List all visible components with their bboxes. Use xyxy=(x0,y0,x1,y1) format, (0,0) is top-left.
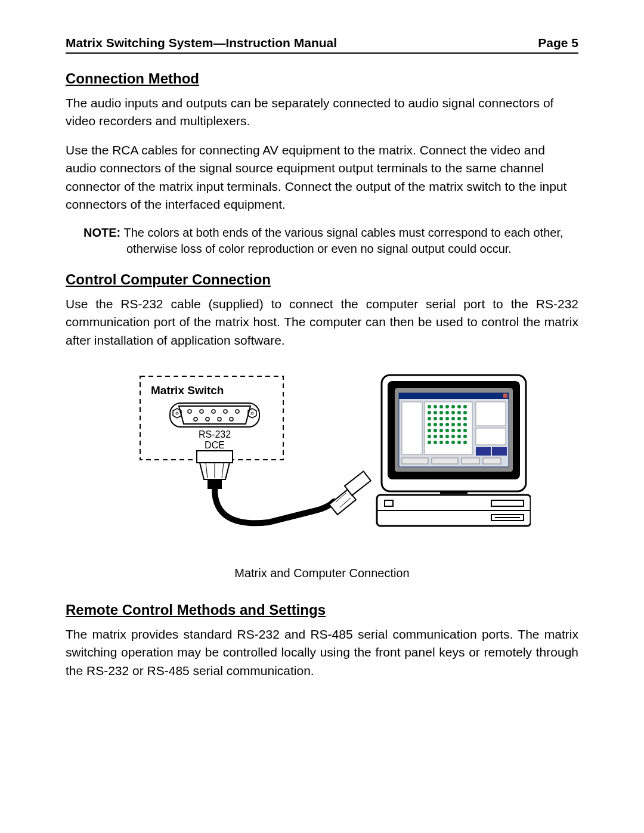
svg-point-53 xyxy=(457,417,461,420)
page-header: Matrix Switching System—Instruction Manu… xyxy=(66,36,578,54)
svg-point-15 xyxy=(251,412,253,414)
svg-marker-14 xyxy=(248,408,256,418)
svg-rect-33 xyxy=(425,402,472,454)
paragraph: Use the RCA cables for connecting AV equ… xyxy=(66,141,578,214)
section-heading-control-computer: Control Computer Connection xyxy=(66,271,578,288)
figure-matrix-computer: Matrix Switch RS-232 DCE xyxy=(66,373,578,580)
svg-point-37 xyxy=(445,405,449,408)
svg-point-78 xyxy=(439,441,443,444)
svg-rect-83 xyxy=(476,402,506,426)
svg-point-60 xyxy=(457,423,461,426)
svg-point-51 xyxy=(445,417,449,420)
svg-point-8 xyxy=(194,417,197,421)
note-block: NOTE: The colors at both ends of the var… xyxy=(66,225,578,257)
svg-rect-32 xyxy=(402,402,422,454)
svg-point-52 xyxy=(451,417,455,420)
cable-icon xyxy=(215,489,334,523)
svg-point-61 xyxy=(463,423,467,426)
svg-point-11 xyxy=(230,417,233,421)
svg-point-73 xyxy=(451,435,455,438)
svg-point-72 xyxy=(445,435,449,438)
svg-rect-86 xyxy=(492,447,507,456)
diagram-svg: Matrix Switch RS-232 DCE xyxy=(113,373,531,534)
svg-point-55 xyxy=(428,423,431,426)
svg-rect-91 xyxy=(440,491,467,494)
svg-marker-2 xyxy=(179,406,250,424)
svg-point-34 xyxy=(428,405,431,408)
svg-point-35 xyxy=(434,405,437,408)
svg-point-80 xyxy=(451,441,455,444)
svg-point-44 xyxy=(445,411,449,414)
svg-point-79 xyxy=(445,441,449,444)
svg-point-4 xyxy=(200,410,203,413)
svg-point-64 xyxy=(439,429,443,432)
matrix-switch-label: Matrix Switch xyxy=(151,384,224,397)
svg-rect-31 xyxy=(503,394,507,398)
svg-point-38 xyxy=(451,405,455,408)
svg-point-74 xyxy=(457,435,461,438)
svg-point-81 xyxy=(457,441,461,444)
svg-rect-87 xyxy=(402,458,428,464)
svg-rect-84 xyxy=(476,428,506,445)
section-heading-remote-control: Remote Control Methods and Settings xyxy=(66,602,578,618)
svg-point-68 xyxy=(463,429,467,432)
svg-point-57 xyxy=(439,423,443,426)
svg-point-70 xyxy=(434,435,437,438)
svg-point-69 xyxy=(428,435,431,438)
svg-point-42 xyxy=(434,411,437,414)
svg-point-36 xyxy=(439,405,443,408)
port-label-rs232: RS-232 xyxy=(199,429,231,439)
paragraph: The matrix provides standard RS-232 and … xyxy=(66,625,578,680)
computer-icon xyxy=(377,375,531,526)
svg-point-48 xyxy=(428,417,431,420)
figure-caption: Matrix and Computer Connection xyxy=(66,566,578,580)
svg-point-75 xyxy=(463,435,467,438)
svg-point-67 xyxy=(457,429,461,432)
svg-point-50 xyxy=(439,417,443,420)
svg-point-41 xyxy=(428,411,431,414)
svg-point-10 xyxy=(218,417,221,421)
svg-point-9 xyxy=(206,417,209,421)
svg-point-3 xyxy=(188,410,191,413)
svg-point-63 xyxy=(434,429,437,432)
svg-point-46 xyxy=(457,411,461,414)
paragraph: Use the RS-232 cable (supplied) to conne… xyxy=(66,295,578,349)
svg-point-66 xyxy=(451,429,455,432)
svg-point-56 xyxy=(434,423,437,426)
cable-connector-icon xyxy=(329,471,371,515)
svg-point-6 xyxy=(224,410,227,413)
port-label-dce: DCE xyxy=(205,440,225,450)
svg-point-54 xyxy=(463,417,467,420)
section-heading-connection-method: Connection Method xyxy=(66,70,578,87)
svg-rect-85 xyxy=(476,447,491,456)
svg-point-65 xyxy=(445,429,449,432)
svg-point-82 xyxy=(463,441,467,444)
note-text: The colors at both ends of the various s… xyxy=(120,226,563,255)
svg-point-62 xyxy=(428,429,431,432)
header-page: Page 5 xyxy=(538,36,578,50)
svg-rect-30 xyxy=(399,393,509,399)
svg-point-77 xyxy=(434,441,437,444)
svg-rect-23 xyxy=(345,471,371,495)
svg-point-7 xyxy=(236,410,239,413)
svg-point-43 xyxy=(439,411,443,414)
svg-point-39 xyxy=(457,405,461,408)
svg-point-5 xyxy=(212,410,215,413)
svg-point-45 xyxy=(451,411,455,414)
svg-point-49 xyxy=(434,417,437,420)
svg-point-71 xyxy=(439,435,443,438)
header-title: Matrix Switching System—Instruction Manu… xyxy=(66,36,337,50)
svg-rect-88 xyxy=(432,458,458,464)
svg-point-58 xyxy=(445,423,449,426)
svg-point-59 xyxy=(451,423,455,426)
svg-rect-90 xyxy=(483,458,501,464)
svg-rect-16 xyxy=(197,451,233,463)
paragraph: The audio inputs and outputs can be sepa… xyxy=(66,94,578,131)
svg-marker-12 xyxy=(173,408,181,418)
svg-point-47 xyxy=(463,411,467,414)
svg-rect-89 xyxy=(462,458,479,464)
svg-point-76 xyxy=(428,441,431,444)
svg-point-13 xyxy=(176,412,178,414)
cable-connector-icon xyxy=(197,451,233,489)
note-label: NOTE: xyxy=(83,226,120,239)
